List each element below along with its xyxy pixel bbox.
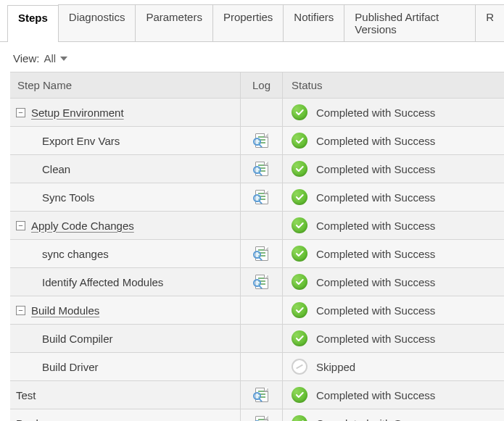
tab-steps[interactable]: Steps [7, 5, 59, 42]
view-log-icon[interactable] [255, 416, 268, 421]
status-cell: Completed with Success [283, 381, 504, 409]
step-link[interactable]: Deploy [16, 417, 50, 422]
log-cell [241, 381, 283, 409]
table-row: Sync ToolsCompleted with Success [10, 183, 504, 212]
step-link[interactable]: Identify Affected Modules [42, 276, 163, 288]
step-link[interactable]: Test [16, 389, 36, 401]
collapse-icon[interactable]: − [16, 221, 25, 230]
success-icon [292, 415, 307, 421]
view-label: View: [13, 52, 39, 64]
status-cell: Completed with Success [283, 296, 504, 324]
status-text: Completed with Success [316, 304, 435, 317]
success-icon [292, 104, 307, 120]
table-row: −Setup EnvironmentCompleted with Success [10, 99, 504, 127]
step-name-cell: sync changes [10, 240, 241, 267]
table-row: Identify Affected ModulesCompleted with … [10, 268, 504, 296]
view-log-icon[interactable] [255, 190, 268, 204]
log-cell [241, 296, 283, 324]
view-value: All [44, 52, 56, 64]
status-cell: Skipped [283, 353, 504, 380]
step-name-cell: Test [10, 381, 241, 409]
step-name-cell: −Build Modules [10, 296, 241, 324]
status-cell: Completed with Success [283, 155, 504, 183]
step-name-cell: Build Driver [10, 353, 241, 380]
status-text: Completed with Success [316, 220, 435, 232]
tab-notifiers[interactable]: Notifiers [283, 4, 344, 41]
view-log-icon[interactable] [255, 162, 268, 176]
log-cell [241, 409, 283, 421]
success-icon [292, 133, 307, 149]
table-row: −Build ModulesCompleted with Success [10, 296, 504, 325]
tab-properties[interactable]: Properties [212, 4, 284, 41]
step-name-cell: Clean [10, 155, 241, 183]
chevron-down-icon [60, 57, 67, 61]
header-step-name[interactable]: Step Name [10, 72, 241, 98]
view-log-icon[interactable] [255, 246, 268, 261]
tab-label: Steps [18, 12, 48, 24]
step-link[interactable]: Setup Environment [31, 107, 124, 119]
log-cell [241, 325, 283, 352]
table-row: Build DriverSkipped [10, 353, 504, 381]
step-link[interactable]: Build Driver [42, 361, 99, 373]
tab-label: Properties [223, 11, 273, 23]
view-log-icon[interactable] [255, 133, 268, 148]
log-cell [241, 155, 283, 183]
log-cell [241, 127, 283, 154]
step-name-cell: Identify Affected Modules [10, 268, 241, 296]
success-icon [292, 217, 307, 233]
success-icon [292, 274, 307, 290]
status-cell: Completed with Success [283, 268, 504, 296]
tab-diagnostics[interactable]: Diagnostics [58, 4, 136, 41]
tab-label: R [486, 11, 494, 23]
collapse-icon[interactable]: − [16, 108, 25, 117]
view-log-icon[interactable] [255, 388, 268, 402]
tab-label: Notifiers [294, 11, 334, 23]
step-link[interactable]: Clean [42, 163, 70, 175]
log-cell [241, 99, 283, 126]
view-log-icon[interactable] [255, 275, 268, 289]
log-cell [241, 268, 283, 296]
status-text: Completed with Success [316, 191, 435, 204]
table-row: CleanCompleted with Success [10, 155, 504, 183]
steps-grid: Step Name Log Status −Setup EnvironmentC… [10, 72, 504, 421]
tab-r[interactable]: R [475, 4, 504, 41]
status-text: Completed with Success [316, 389, 435, 401]
header-status[interactable]: Status [283, 72, 504, 98]
step-link[interactable]: sync changes [42, 248, 109, 260]
status-cell: Completed with Success [283, 212, 504, 239]
status-text: Completed with Success [316, 248, 435, 260]
table-row: Build CompilerCompleted with Success [10, 325, 504, 353]
collapse-icon[interactable]: − [16, 306, 25, 315]
step-name-cell: Build Compiler [10, 325, 241, 352]
table-row: DeployCompleted with Success [10, 409, 504, 421]
tab-bar: StepsDiagnosticsParametersPropertiesNoti… [0, 0, 504, 42]
step-link[interactable]: Apply Code Changes [31, 220, 134, 232]
tab-label: Diagnostics [69, 11, 125, 23]
status-text: Completed with Success [316, 163, 435, 175]
log-cell [241, 212, 283, 239]
step-name-cell: −Apply Code Changes [10, 212, 241, 239]
step-link[interactable]: Build Compiler [42, 333, 113, 345]
status-cell: Completed with Success [283, 99, 504, 126]
tab-published-artifact-versions[interactable]: Published Artifact Versions [344, 4, 476, 41]
tab-parameters[interactable]: Parameters [135, 4, 213, 41]
step-name-cell: Export Env Vars [10, 127, 241, 154]
success-icon [292, 387, 307, 403]
status-cell: Completed with Success [283, 127, 504, 154]
table-row: sync changesCompleted with Success [10, 240, 504, 268]
table-row: TestCompleted with Success [10, 381, 504, 409]
step-link[interactable]: Sync Tools [42, 191, 94, 204]
status-text: Completed with Success [316, 276, 435, 288]
step-link[interactable]: Build Modules [31, 304, 99, 317]
status-cell: Completed with Success [283, 183, 504, 211]
step-link[interactable]: Export Env Vars [42, 135, 120, 147]
step-name-cell: Deploy [10, 409, 241, 421]
view-dropdown[interactable]: All [44, 52, 67, 64]
success-icon [292, 302, 307, 318]
status-cell: Completed with Success [283, 409, 504, 421]
step-name-cell: −Setup Environment [10, 99, 241, 126]
header-log[interactable]: Log [241, 72, 283, 98]
log-cell [241, 353, 283, 380]
success-icon [292, 189, 307, 205]
tab-label: Parameters [146, 11, 202, 23]
